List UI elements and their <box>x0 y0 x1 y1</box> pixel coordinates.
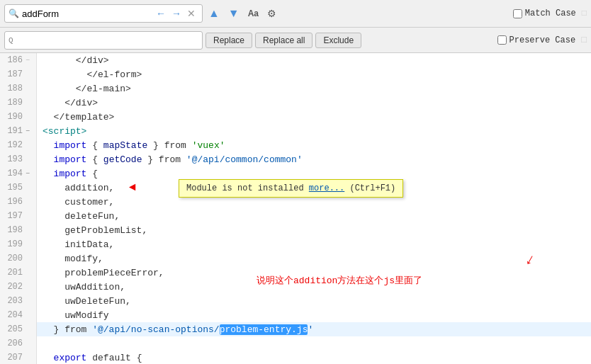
code-line-190: </template> <box>37 110 591 124</box>
code-line-200: modify, <box>37 251 591 266</box>
code-line-191: <script> <box>37 124 591 138</box>
prev-match-button[interactable]: ← <box>153 6 169 21</box>
toolbar-right-options: Match Case □ <box>513 8 587 18</box>
code-line-186: </div> <box>37 53 591 67</box>
code-line-193: import { getCode } from '@/api/common/co… <box>37 152 591 166</box>
replace-all-button[interactable]: Replace all <box>255 33 313 48</box>
find-word-button[interactable]: Aa <box>245 7 261 20</box>
code-line-187: </el-form> <box>37 67 591 81</box>
tooltip-more-link[interactable]: more... <box>309 183 344 193</box>
code-line-205: } from '@/api/no-scan-options/problem-en… <box>37 322 591 336</box>
code-line-203: uwDeleteFun, <box>37 294 591 308</box>
search-input[interactable] <box>22 8 153 19</box>
tooltip-shortcut: (Ctrl+F1) <box>344 183 395 193</box>
red-arrow-indicator: ◄ <box>129 181 136 194</box>
code-line-188: </el-main> <box>37 81 591 96</box>
replace-toolbar: Q Replace Replace all Exclude Preserve C… <box>0 28 591 53</box>
preserve-case-option[interactable]: Preserve Case <box>497 35 576 45</box>
match-case-checkbox[interactable] <box>513 9 522 18</box>
preserve-case-label: Preserve Case <box>510 35 576 45</box>
annotation-container: uwAddition, 说明这个addition方法在这个js里面了 <box>37 280 591 294</box>
next-match-button[interactable]: → <box>169 6 184 21</box>
annotation-text: 说明这个addition方法在这个js里面了 <box>257 274 422 287</box>
code-editor[interactable]: </div> </el-form> </el-main> </div> </te… <box>37 53 591 364</box>
code-line-189: </div> <box>37 96 591 110</box>
replace-options: Preserve Case □ <box>497 35 587 45</box>
replace-input-box[interactable]: Q <box>4 31 203 50</box>
code-line-198: getProblemList, <box>37 223 591 237</box>
code-line-194: import { <box>37 166 591 181</box>
code-area: 186− 187 188 189 190 191− 192 193 194− 1… <box>0 53 591 364</box>
code-line-197: deleteFun, <box>37 209 591 223</box>
match-case-label: Match Case <box>525 8 576 18</box>
replace-input[interactable] <box>16 35 198 45</box>
exclude-button[interactable]: Exclude <box>315 33 361 48</box>
code-line-206 <box>37 336 591 351</box>
search-toolbar: 🔍 ← → ✕ ▲ ▼ Aa ⚙ Match Case □ <box>0 0 591 28</box>
code-line-207: export default { <box>37 351 591 364</box>
code-line-192: import { mapState } from 'vuex' <box>37 138 591 152</box>
prev-occurrence-button[interactable]: ▲ <box>206 6 223 21</box>
settings-button[interactable]: ⚙ <box>264 6 279 21</box>
search-input-box[interactable]: 🔍 ← → ✕ <box>4 4 203 23</box>
close-search-button[interactable]: ✕ <box>184 6 198 21</box>
tooltip-container: addition, ◄ Module is not installed more… <box>37 181 591 195</box>
replace-search-icon: Q <box>9 36 13 45</box>
tooltip-box: Module is not installed more... (Ctrl+F1… <box>179 179 403 198</box>
next-occurrence-button[interactable]: ▼ <box>225 6 242 21</box>
match-case-option[interactable]: Match Case <box>513 8 576 18</box>
search-icon: 🔍 <box>9 8 19 19</box>
line-numbers: 186− 187 188 189 190 191− 192 193 194− 1… <box>0 53 37 364</box>
preserve-case-checkbox[interactable] <box>497 35 507 45</box>
code-line-204: uwModify 💡 <box>37 308 591 322</box>
replace-button[interactable]: Replace <box>206 33 252 48</box>
tooltip-text: Module is not installed <box>186 183 309 193</box>
code-line-199: initData, <box>37 237 591 251</box>
